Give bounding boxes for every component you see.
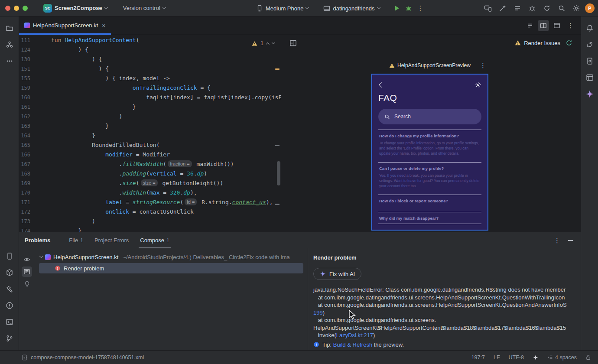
line-number[interactable]: 168 — [19, 169, 30, 179]
sidebar-item-gradle[interactable] — [583, 38, 597, 52]
preview-frame[interactable]: FAQ Search How do I change my profile in… — [371, 74, 488, 231]
render-issues-widget[interactable]: Render Issues — [515, 40, 560, 46]
line-number[interactable]: 169 — [19, 179, 30, 188]
preview-card-menu-icon[interactable]: ⋮ — [480, 62, 486, 69]
line-number[interactable]: 151 — [19, 64, 30, 74]
code-line-171[interactable]: 171 label = stringResource(id = R.string… — [19, 198, 281, 207]
run-config-selector[interactable]: datingandfriends — [320, 3, 383, 13]
design-view-button[interactable] — [551, 20, 562, 31]
line-number[interactable]: 164 — [19, 131, 30, 140]
code-line-173[interactable]: 173 ) — [19, 217, 281, 226]
readonly-toggle[interactable] — [585, 354, 591, 360]
line-number[interactable]: 172 — [19, 207, 30, 217]
search-everywhere-button[interactable] — [556, 3, 567, 14]
stack-link[interactable]: LazyDsl.kt:217 — [336, 332, 373, 338]
sidebar-item-project[interactable] — [3, 21, 16, 35]
hide-panel-icon[interactable] — [568, 240, 573, 241]
preview-problem-button[interactable] — [22, 254, 32, 265]
next-problem-icon[interactable] — [272, 41, 275, 44]
line-number[interactable]: 155 — [19, 74, 30, 83]
profiler-button[interactable] — [526, 3, 538, 14]
split-view-button[interactable] — [538, 20, 549, 31]
sidebar-item-build-variants[interactable] — [3, 266, 16, 280]
code-editor[interactable]: 111fun HelpAndSupportContent(124 ) {130 … — [19, 35, 281, 232]
line-number[interactable]: 124 — [19, 45, 30, 55]
device-selector[interactable]: Medium Phone — [253, 3, 312, 13]
render-problem-row[interactable]: Render problem — [39, 263, 303, 273]
sidebar-item-structure[interactable] — [3, 38, 16, 52]
caret-position-widget[interactable]: 197:7 — [471, 354, 485, 361]
close-tab-icon[interactable]: × — [102, 22, 105, 29]
sync-button[interactable] — [541, 3, 552, 14]
code-line-161[interactable]: 161 } — [19, 102, 281, 112]
encoding-widget[interactable]: UTF-8 — [509, 354, 524, 361]
editor-tab-helpandsupport[interactable]: HelpAndSupportScreen.kt × — [19, 16, 111, 34]
editor-options-button[interactable]: ⋮ — [565, 20, 576, 31]
line-number[interactable]: 130 — [19, 55, 30, 64]
line-number[interactable]: 165 — [19, 140, 30, 150]
code-line-164[interactable]: 164 } — [19, 131, 281, 140]
sidebar-item-problems[interactable] — [3, 299, 16, 312]
line-number[interactable]: 170 — [19, 188, 30, 198]
tab-file[interactable]: File 1 — [63, 232, 89, 248]
code-line-167[interactable]: 167 .fillMaxWidth(fraction = maxWidth()) — [19, 159, 281, 169]
code-line-166[interactable]: 166 modifier = Modifier — [19, 150, 281, 159]
sidebar-item-gemini[interactable] — [583, 87, 597, 101]
quick-fix-button[interactable] — [22, 279, 32, 289]
code-line-172[interactable]: 172 onClick = contactUsOnClick — [19, 207, 281, 217]
code-view-button[interactable] — [524, 20, 536, 31]
sidebar-item-running-devices[interactable] — [3, 249, 16, 263]
code-line-124[interactable]: 124 ) { — [19, 45, 281, 55]
sidebar-item-build[interactable] — [3, 282, 16, 296]
code-line-174[interactable]: 174 } — [19, 226, 281, 232]
code-line-130[interactable]: 130 ) { — [19, 55, 281, 64]
line-number[interactable]: 174 — [19, 226, 30, 232]
more-actions-button[interactable]: ⋮ — [415, 3, 426, 14]
sidebar-item-terminal[interactable] — [3, 315, 16, 329]
sidebar-item-device-manager[interactable] — [583, 54, 597, 68]
run-button[interactable] — [391, 3, 403, 14]
ai-assistant-button[interactable] — [497, 3, 508, 14]
indent-widget[interactable]: 4 spaces — [547, 354, 577, 361]
sidebar-item-notifications[interactable] — [583, 21, 597, 35]
refresh-preview-button[interactable] — [563, 37, 575, 49]
code-line-111[interactable]: 111fun HelpAndSupportContent( — [19, 36, 281, 45]
tab-project-errors[interactable]: Project Errors — [89, 232, 134, 248]
inspection-widget[interactable]: 1 — [250, 38, 276, 49]
fix-with-ai-button[interactable]: Fix with AI — [313, 268, 361, 280]
code-line-151[interactable]: 151 ) { — [19, 64, 281, 74]
debug-button[interactable] — [403, 3, 415, 14]
line-number[interactable]: 162 — [19, 112, 30, 121]
previous-problem-icon[interactable] — [266, 42, 270, 46]
problems-file-row[interactable]: HelpAndSupportScreen.kt ~/AndroidStudioP… — [35, 252, 308, 262]
tab-compose[interactable]: Compose 1 — [134, 232, 175, 248]
code-line-170[interactable]: 170 .widthIn(max = 320.dp), — [19, 188, 281, 198]
fullscreen-window-button[interactable] — [23, 6, 28, 11]
code-line-162[interactable]: 162 ) — [19, 112, 281, 121]
line-separator-widget[interactable]: LF — [494, 354, 500, 361]
vcs-widget[interactable]: Version control — [120, 3, 169, 13]
show-details-button[interactable] — [22, 266, 32, 277]
preview-layout-button[interactable] — [287, 37, 299, 49]
build-refresh-link[interactable]: Build & Refresh — [333, 341, 372, 348]
line-number[interactable]: 161 — [19, 102, 30, 112]
close-window-button[interactable] — [5, 6, 10, 11]
line-number[interactable]: 171 — [19, 198, 30, 207]
code-line-169[interactable]: 169 .size(size = getButtonHeight()) — [19, 179, 281, 188]
code-line-159[interactable]: 159 onTrailingIconClick = { — [19, 83, 281, 93]
settings-button[interactable] — [570, 3, 582, 14]
sidebar-item-more-tools[interactable] — [3, 54, 16, 68]
sidebar-item-layout-inspector[interactable] — [583, 71, 597, 84]
line-number[interactable]: 163 — [19, 121, 30, 131]
stripe-mark[interactable] — [275, 145, 280, 146]
panel-options-icon[interactable]: ⋮ — [554, 237, 560, 244]
user-avatar[interactable]: P — [585, 3, 595, 13]
code-line-160[interactable]: 160 faqList[index] = faqList[index].copy… — [19, 93, 281, 102]
minimize-window-button[interactable] — [14, 6, 19, 11]
project-selector[interactable]: SC Screen2Compose — [40, 2, 111, 14]
sidebar-item-version-control[interactable] — [3, 332, 16, 345]
editor-scrollbar[interactable] — [277, 161, 280, 185]
line-number[interactable]: 111 — [19, 36, 30, 45]
line-number[interactable]: 159 — [19, 83, 30, 93]
stack-link[interactable]: 199 — [313, 309, 323, 316]
